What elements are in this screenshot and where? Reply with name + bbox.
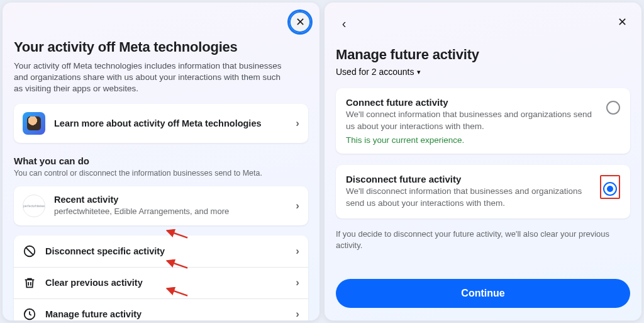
disconnect-specific-activity-row[interactable]: Disconnect specific activity › bbox=[14, 235, 308, 267]
radio-connect[interactable] bbox=[606, 101, 620, 115]
chevron-down-icon: ▾ bbox=[417, 68, 421, 76]
option-desc: We'll connect information that businesse… bbox=[346, 109, 597, 133]
prohibit-icon bbox=[23, 244, 36, 258]
clock-arrow-icon bbox=[23, 307, 36, 320]
option-disconnect-future-activity[interactable]: Disconnect future activity We'll disconn… bbox=[336, 165, 630, 218]
section-heading: What you can do bbox=[14, 156, 308, 166]
option-title: Disconnect future activity bbox=[346, 174, 591, 184]
learn-more-label: Learn more about activity off Meta techn… bbox=[54, 118, 287, 128]
chevron-right-icon: › bbox=[296, 200, 299, 212]
list-item-label: Manage future activity bbox=[45, 309, 287, 319]
option-connect-future-activity[interactable]: Connect future activity We'll connect in… bbox=[336, 88, 630, 154]
list-item-label: Disconnect specific activity bbox=[45, 246, 287, 256]
trash-icon bbox=[23, 276, 36, 290]
actions-card: Disconnect specific activity › Clear pre… bbox=[14, 235, 308, 320]
svg-line-1 bbox=[26, 247, 33, 254]
page-subtitle: Your activity off Meta technologies incl… bbox=[14, 60, 284, 95]
chevron-right-icon: › bbox=[296, 308, 299, 320]
option-desc: We'll disconnect information that busine… bbox=[346, 186, 591, 210]
page-title: Your activity off Meta technologies bbox=[14, 39, 308, 55]
help-text: If you decide to disconnect your future … bbox=[336, 229, 630, 251]
continue-label: Continue bbox=[461, 288, 504, 298]
recent-activity-logo-icon: perfectwhitetee bbox=[23, 195, 45, 217]
close-button[interactable]: ✕ bbox=[289, 11, 311, 33]
recent-activity-desc: perfectwhitetee, Edible Arrangements, an… bbox=[54, 206, 287, 217]
close-button[interactable]: ✕ bbox=[611, 11, 633, 33]
accounts-label: Used for 2 accounts bbox=[336, 67, 414, 77]
option-title: Connect future activity bbox=[346, 97, 597, 108]
list-item-label: Clear previous activity bbox=[45, 278, 287, 288]
close-icon: ✕ bbox=[618, 15, 627, 29]
accounts-selector[interactable]: Used for 2 accounts ▾ bbox=[336, 67, 630, 77]
radio-disconnect[interactable] bbox=[603, 182, 617, 196]
section-subtitle: You can control or disconnect the inform… bbox=[14, 169, 308, 178]
close-icon: ✕ bbox=[296, 15, 305, 29]
clear-previous-activity-row[interactable]: Clear previous activity › bbox=[14, 267, 308, 298]
continue-button[interactable]: Continue bbox=[336, 279, 630, 308]
learn-more-avatar-icon bbox=[23, 112, 45, 135]
chevron-right-icon: › bbox=[296, 276, 299, 289]
chevron-right-icon: › bbox=[296, 245, 299, 258]
chevron-right-icon: › bbox=[296, 117, 299, 130]
learn-more-card[interactable]: Learn more about activity off Meta techn… bbox=[14, 104, 308, 143]
option-current-note: This is your current experience. bbox=[346, 135, 597, 145]
recent-activity-title: Recent activity bbox=[54, 195, 287, 205]
chevron-left-icon: ‹ bbox=[342, 16, 347, 31]
annotation-highlight-box bbox=[600, 175, 620, 199]
recent-activity-card[interactable]: perfectwhitetee Recent activity perfectw… bbox=[14, 186, 308, 225]
page-title: Manage future activity bbox=[336, 47, 630, 63]
manage-future-activity-panel: ‹ ✕ Manage future activity Used for 2 ac… bbox=[325, 3, 641, 320]
activity-off-meta-panel: ✕ Your activity off Meta technologies Yo… bbox=[3, 3, 319, 320]
back-button[interactable]: ‹ bbox=[335, 14, 353, 33]
manage-future-activity-row[interactable]: Manage future activity › bbox=[14, 298, 308, 320]
